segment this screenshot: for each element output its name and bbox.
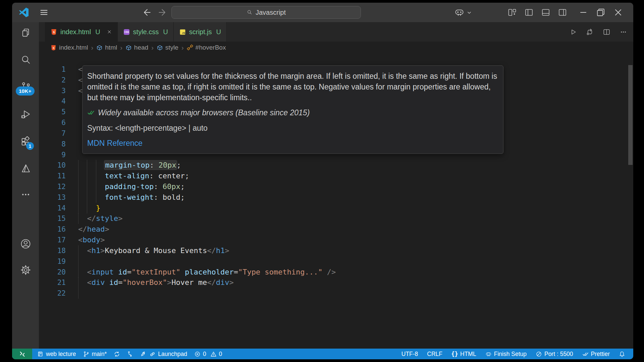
more-icon bbox=[20, 189, 31, 200]
code-text: } bbox=[78, 203, 100, 214]
toggle-primary-sidebar-icon[interactable] bbox=[524, 8, 534, 17]
code-line-10[interactable]: 10 margin-top: 20px; bbox=[39, 160, 633, 171]
command-center-search[interactable]: Javascript bbox=[171, 6, 361, 19]
status-copilot-finish-setup[interactable]: Finish Setup bbox=[485, 351, 527, 358]
mdn-reference-link[interactable]: MDN Reference bbox=[87, 138, 143, 148]
run-file-icon[interactable] bbox=[569, 28, 577, 36]
status-encoding[interactable]: UTF-8 bbox=[401, 351, 418, 358]
breadcrumb-item-html[interactable]: html bbox=[96, 44, 117, 51]
status-prettier[interactable]: Prettier bbox=[582, 351, 610, 358]
line-number: 12 bbox=[39, 181, 66, 192]
book-icon bbox=[37, 351, 44, 357]
code-line-15[interactable]: 15 </style> bbox=[39, 213, 633, 224]
status-live-server-port[interactable]: Port : 5500 bbox=[536, 351, 573, 358]
forward-icon[interactable] bbox=[158, 8, 167, 17]
code-line-17[interactable]: 17<body> bbox=[39, 235, 633, 245]
breadcrumb-item-style[interactable]: style bbox=[157, 44, 178, 51]
status-warnings[interactable]: 0 bbox=[210, 351, 222, 358]
line-number: 7 bbox=[39, 128, 66, 139]
status-label: main* bbox=[92, 351, 107, 358]
tooltip-body: Shorthand property to set values for the… bbox=[87, 71, 498, 103]
code-line-19[interactable]: 19 bbox=[39, 256, 633, 267]
line-number: 16 bbox=[39, 224, 66, 235]
activitybar-item-prism-extension[interactable] bbox=[17, 160, 34, 176]
tab-index.html[interactable]: 5index.htmlU bbox=[45, 22, 118, 42]
activitybar-item-settings[interactable] bbox=[17, 262, 34, 278]
open-changes-icon[interactable] bbox=[586, 28, 594, 36]
chevron-down-icon[interactable] bbox=[466, 9, 473, 16]
toggle-secondary-sidebar-icon[interactable] bbox=[558, 8, 567, 17]
symbol-selector-icon bbox=[187, 45, 193, 51]
toggle-panel-icon[interactable] bbox=[541, 8, 550, 17]
activitybar-item-explorer[interactable] bbox=[17, 25, 34, 41]
copilot-icon[interactable] bbox=[454, 7, 465, 17]
more-editor-actions-icon[interactable] bbox=[620, 28, 627, 36]
back-icon[interactable] bbox=[142, 8, 152, 17]
line-number: 1 bbox=[39, 64, 66, 75]
code-line-14[interactable]: 14 } bbox=[39, 203, 633, 214]
activitybar-item-search[interactable] bbox=[17, 52, 34, 68]
tab-label: style.css bbox=[133, 28, 159, 36]
js-icon: JS bbox=[179, 28, 186, 36]
code-line-20[interactable]: 20 <input id="textInput" placeholder="Ty… bbox=[39, 267, 633, 278]
breadcrumb-item-hoverBox[interactable]: #hoverBox bbox=[187, 44, 226, 51]
activitybar-item-accounts[interactable] bbox=[17, 236, 34, 252]
status-errors[interactable]: 0 bbox=[194, 351, 206, 358]
close-button[interactable] bbox=[613, 7, 624, 18]
hover-tooltip: Shorthand property to set values for the… bbox=[82, 65, 503, 154]
tooltip-syntax: Syntax: <length-percentage> | auto bbox=[87, 123, 498, 133]
minimize-button[interactable] bbox=[578, 7, 589, 18]
code-line-22[interactable]: 22 bbox=[39, 288, 633, 299]
code-text: </style> bbox=[78, 213, 122, 224]
breadcrumb-label: html bbox=[105, 44, 117, 51]
status-source-control-graph[interactable] bbox=[127, 351, 133, 357]
status-remote-repository[interactable]: web lecture bbox=[37, 351, 76, 358]
line-number: 20 bbox=[39, 267, 66, 278]
tab-style.css[interactable]: CSSstyle.cssU bbox=[118, 22, 174, 42]
status-language-mode[interactable]: {}HTML bbox=[451, 351, 476, 358]
braces-icon: {} bbox=[451, 351, 458, 357]
code-text: <input id="textInput" placeholder="Type … bbox=[78, 267, 336, 278]
code-line-13[interactable]: 13 font-weight: bold; bbox=[39, 192, 633, 203]
customize-layout-icon[interactable] bbox=[507, 8, 517, 17]
html5-icon: 5 bbox=[50, 28, 57, 36]
breadcrumb-item-index.html[interactable]: 5index.html bbox=[50, 44, 88, 51]
code-text: <div id="hoverBox">Hover me</div> bbox=[78, 277, 234, 288]
remote-indicator[interactable] bbox=[12, 349, 32, 359]
code-line-11[interactable]: 11 text-align: center; bbox=[39, 171, 633, 181]
status-label: web lecture bbox=[46, 351, 76, 358]
code-line-16[interactable]: 16</head> bbox=[39, 224, 633, 235]
tab-close-icon[interactable] bbox=[107, 29, 112, 35]
line-number: 5 bbox=[39, 107, 66, 117]
split-editor-icon[interactable] bbox=[603, 28, 610, 36]
files-icon bbox=[20, 27, 31, 39]
vscode-logo-icon bbox=[18, 7, 30, 18]
symbol-cube-icon bbox=[96, 45, 103, 51]
search-label: Javascript bbox=[256, 9, 286, 16]
code-text: <h1>Keyboard & Mouse Events</h1> bbox=[78, 245, 229, 256]
status-sync-changes[interactable] bbox=[114, 351, 120, 357]
code-editor[interactable]: Shorthand property to set values for the… bbox=[39, 54, 633, 349]
code-text: text-align: center; bbox=[78, 171, 189, 181]
vscode-window: Javascript 10K+1 5index.htmlUCSSstyle.cs… bbox=[12, 3, 633, 359]
activitybar-item-more-views[interactable] bbox=[17, 186, 34, 202]
breadcrumb-item-head[interactable]: head bbox=[125, 44, 148, 51]
code-line-21[interactable]: 21 <div id="hoverBox">Hover me</div> bbox=[39, 277, 633, 288]
menu-icon[interactable] bbox=[38, 7, 50, 17]
activitybar-item-run-and-debug[interactable] bbox=[17, 106, 34, 122]
maximize-button[interactable] bbox=[595, 7, 606, 18]
code-line-18[interactable]: 18 <h1>Keyboard & Mouse Events</h1> bbox=[39, 245, 633, 256]
code-line-12[interactable]: 12 padding-top: 60px; bbox=[39, 181, 633, 192]
status-notifications[interactable] bbox=[619, 351, 625, 357]
run-debug-icon bbox=[20, 109, 31, 120]
status-bar: web lecturemain*Launchpad00 UTF-8CRLF{}H… bbox=[12, 349, 633, 359]
status-git-branch[interactable]: main* bbox=[83, 351, 107, 358]
status-launchpad[interactable]: Launchpad bbox=[141, 351, 187, 358]
status-end-of-line[interactable]: CRLF bbox=[427, 351, 442, 358]
error-icon bbox=[194, 351, 201, 357]
link-icon bbox=[149, 351, 156, 357]
tab-script.js[interactable]: JSscript.jsU bbox=[174, 22, 227, 42]
breadcrumb-separator: › bbox=[91, 44, 94, 52]
line-number: 3 bbox=[39, 85, 66, 96]
line-number: 13 bbox=[39, 192, 66, 203]
